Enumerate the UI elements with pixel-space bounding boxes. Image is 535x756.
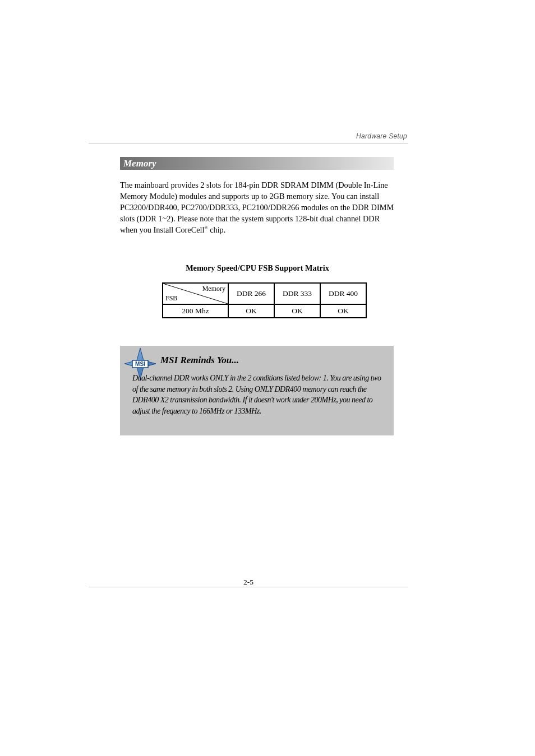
col-header: DDR 333 bbox=[274, 283, 320, 304]
page-number: 2-5 bbox=[89, 578, 408, 587]
bottom-divider bbox=[89, 587, 408, 587]
page: Hardware Setup Memory The mainboard prov… bbox=[0, 0, 535, 756]
msi-logo-text: MSI bbox=[135, 361, 145, 367]
section-title: Memory bbox=[120, 158, 156, 169]
table-header-row: Memory FSB DDR 266 DDR 333 DDR 400 bbox=[163, 283, 366, 304]
section-title-bar: Memory bbox=[120, 157, 394, 170]
body-p1-reg-post: chip. bbox=[208, 225, 226, 234]
top-divider bbox=[89, 143, 408, 143]
diag-top-label: Memory bbox=[202, 285, 225, 293]
row-label: 200 Mhz bbox=[163, 304, 228, 318]
important-body: Dual-channel DDR works ONLY in the 2 con… bbox=[132, 373, 382, 416]
table-cell: OK bbox=[274, 304, 320, 318]
table-cell: OK bbox=[320, 304, 366, 318]
col-header: DDR 400 bbox=[320, 283, 366, 304]
table-diagonal-header: Memory FSB bbox=[163, 283, 228, 304]
important-title: MSI Reminds You... bbox=[160, 355, 239, 366]
table-row: 200 Mhz OK OK OK bbox=[163, 304, 366, 318]
body-paragraph: The mainboard provides 2 slots for 184-p… bbox=[120, 179, 395, 235]
memory-support-table: Memory FSB DDR 266 DDR 333 DDR 400 200 M… bbox=[162, 282, 367, 318]
important-callout: MSI MSI Reminds You... Dual-channel DDR … bbox=[120, 346, 394, 435]
table-cell: OK bbox=[228, 304, 274, 318]
header-label: Hardware Setup bbox=[356, 132, 407, 140]
diag-bottom-label: FSB bbox=[165, 294, 177, 303]
col-header: DDR 266 bbox=[228, 283, 274, 304]
table-caption: Memory Speed/CPU FSB Support Matrix bbox=[120, 263, 395, 273]
